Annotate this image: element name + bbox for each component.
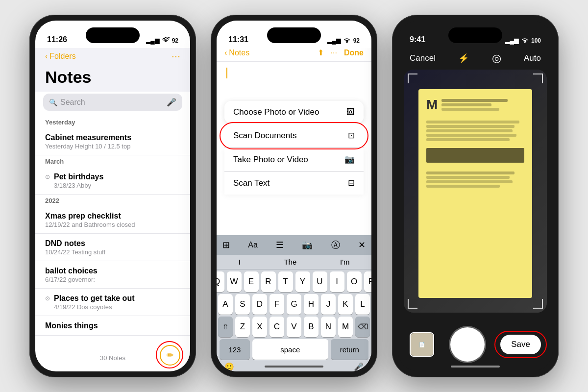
choose-photo-menu-item[interactable]: Choose Photo or Video 🖼 xyxy=(224,101,364,123)
shutter-button[interactable] xyxy=(450,327,485,362)
phone2-nav: ‹ Notes ⬆ ··· Done xyxy=(217,48,371,62)
phone-1: 11:26 ▂▄▆ 92 ‹ Folders ··· Notes 🔍 xyxy=(29,15,196,377)
key-k[interactable]: K xyxy=(338,294,353,315)
note-meta: 3/18/23 Abby xyxy=(54,182,103,189)
camera-toolbar-icon[interactable]: 📷 xyxy=(302,240,313,250)
list-item[interactable]: Cabinet measurements Yesterday Height 10… xyxy=(35,128,190,155)
done-button[interactable]: Done xyxy=(344,49,364,57)
doc-line xyxy=(426,180,513,183)
suggestions-row: I The I'm xyxy=(217,255,371,270)
scan-text-menu-item[interactable]: Scan Text ⊟ xyxy=(224,172,364,195)
status-time-1: 11:26 xyxy=(47,35,67,44)
keyboard-row-1: Q W E R T Y U I O P xyxy=(220,271,368,292)
take-photo-menu-item[interactable]: Take Photo or Video 📷 xyxy=(224,148,364,172)
suggestion-i[interactable]: I xyxy=(238,258,240,266)
choose-photo-label: Choose Photo or Video xyxy=(233,107,319,117)
key-f[interactable]: F xyxy=(270,294,284,315)
close-toolbar-icon[interactable]: ✕ xyxy=(358,240,366,250)
key-d[interactable]: D xyxy=(252,294,267,315)
scan-documents-menu-item[interactable]: Scan Documents ⊡ xyxy=(224,124,364,147)
emoji-icon[interactable]: 🙂 xyxy=(224,362,234,371)
keyboard-row-3: ⇧ Z X C V B N M ⌫ xyxy=(220,317,368,337)
key-x[interactable]: X xyxy=(252,317,267,337)
key-g[interactable]: G xyxy=(287,294,301,315)
key-m[interactable]: M xyxy=(338,317,353,337)
more-options-button[interactable]: ··· xyxy=(172,50,180,63)
list-item[interactable]: ⊙ Pet birthdays 3/18/23 Abby xyxy=(35,168,190,195)
table-icon[interactable]: ⊞ xyxy=(222,240,230,250)
key-v[interactable]: V xyxy=(287,317,301,337)
auto-mode-label[interactable]: Auto xyxy=(524,53,541,63)
key-s[interactable]: S xyxy=(235,294,250,315)
pencil-icon[interactable]: Ⓐ xyxy=(331,239,340,251)
back-notes-button[interactable]: ‹ Notes xyxy=(224,49,249,57)
key-j[interactable]: J xyxy=(321,294,336,315)
suggestion-the[interactable]: The xyxy=(284,258,296,266)
back-folders-button[interactable]: ‹ Folders xyxy=(45,52,76,61)
shared-icon: ⊙ xyxy=(45,295,50,302)
key-i[interactable]: I xyxy=(330,271,344,292)
note-meta: 6/17/22 governor: xyxy=(45,276,180,283)
keyboard-row-4: 123 space return xyxy=(220,339,368,360)
key-a[interactable]: A xyxy=(218,294,233,315)
checklist-icon[interactable]: ☰ xyxy=(276,240,284,250)
section-header-yesterday: Yesterday xyxy=(35,117,190,128)
key-w[interactable]: W xyxy=(227,271,242,292)
upload-button[interactable]: ⬆ xyxy=(318,48,324,57)
scan-text-label: Scan Text xyxy=(233,178,270,188)
key-u[interactable]: U xyxy=(313,271,327,292)
keyboard: ⊞ Aa ☰ 📷 Ⓐ ✕ I The I'm Q W E R T Y U xyxy=(217,235,371,371)
note-title: DND notes xyxy=(45,239,180,248)
notes-count: 30 Notes xyxy=(100,354,125,362)
key-e[interactable]: E xyxy=(244,271,259,292)
mic-icon[interactable]: 🎤 xyxy=(354,362,364,371)
key-p[interactable]: P xyxy=(364,271,372,292)
section-header-2022: 2022 xyxy=(35,195,190,206)
key-y[interactable]: Y xyxy=(295,271,310,292)
compose-button[interactable]: ✏ xyxy=(160,345,180,366)
note-title: Pet birthdays xyxy=(54,172,103,181)
list-item[interactable]: Xmas prep checklist 12/19/22 and Bathroo… xyxy=(35,207,190,234)
signal-icon-1: ▂▄▆ xyxy=(146,37,159,44)
shared-icon: ⊙ xyxy=(45,173,50,180)
nav-right-actions: ⬆ ··· Done xyxy=(318,48,364,57)
suggestion-im[interactable]: I'm xyxy=(340,258,350,266)
key-h[interactable]: H xyxy=(304,294,318,315)
key-shift[interactable]: ⇧ xyxy=(218,317,233,337)
save-button[interactable]: Save xyxy=(500,335,541,354)
doc-line xyxy=(441,103,491,106)
key-return[interactable]: return xyxy=(331,339,368,360)
key-space[interactable]: space xyxy=(252,339,328,360)
note-editor[interactable] xyxy=(217,62,371,101)
list-item[interactable]: ballot choices 6/17/22 governor: xyxy=(35,262,190,289)
note-title: ballot choices xyxy=(45,267,180,275)
list-item[interactable]: Monies things xyxy=(35,317,190,336)
format-icon[interactable]: Aa xyxy=(248,241,258,249)
key-n[interactable]: N xyxy=(321,317,336,337)
list-item[interactable]: ⊙ Places to get take out 4/19/22 Dos coy… xyxy=(35,289,190,316)
keyboard-row-2: A S D F G H J K L xyxy=(220,294,368,315)
key-r[interactable]: R xyxy=(261,271,276,292)
key-t[interactable]: T xyxy=(278,271,293,292)
scan-documents-label: Scan Documents xyxy=(233,131,296,141)
cancel-button[interactable]: Cancel xyxy=(410,53,436,63)
search-bar[interactable]: 🔍 Search 🎤 xyxy=(43,94,182,111)
key-o[interactable]: O xyxy=(347,271,362,292)
ellipsis-button[interactable]: ··· xyxy=(331,49,337,57)
corner-tl xyxy=(408,74,417,83)
scan-icon: ⊡ xyxy=(348,130,355,141)
key-123[interactable]: 123 xyxy=(220,339,250,360)
key-q[interactable]: Q xyxy=(217,271,224,292)
list-item[interactable]: DND notes 10/24/22 Testing stuff xyxy=(35,234,190,261)
key-c[interactable]: C xyxy=(270,317,284,337)
key-z[interactable]: Z xyxy=(235,317,250,337)
flash-icon[interactable]: ⚡ xyxy=(458,53,469,64)
camera-menu-icon: 📷 xyxy=(344,154,355,165)
key-l[interactable]: L xyxy=(355,294,370,315)
thumbnail-preview[interactable]: 📄 xyxy=(410,332,434,357)
key-b[interactable]: B xyxy=(304,317,318,337)
signal-icon-2: ▂▄▆ xyxy=(327,37,341,44)
doc-line xyxy=(426,176,510,179)
doc-line xyxy=(441,108,499,111)
key-backspace[interactable]: ⌫ xyxy=(355,317,370,337)
